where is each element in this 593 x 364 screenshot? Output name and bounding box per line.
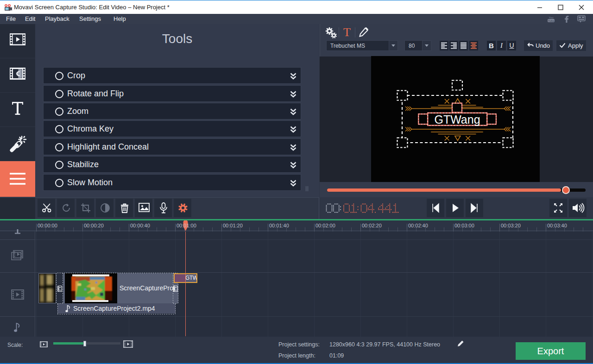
- svg-text:You: You: [549, 16, 553, 19]
- svg-text:GTWang: GTWang: [434, 113, 480, 126]
- svg-text:Tube: Tube: [548, 19, 555, 22]
